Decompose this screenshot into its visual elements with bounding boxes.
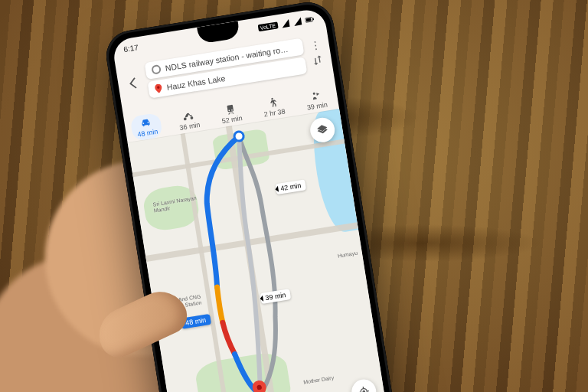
origin-dot-icon <box>151 64 162 75</box>
mode-label: 36 min <box>179 121 201 132</box>
status-time: 6:17 <box>123 43 139 54</box>
walk-icon <box>266 96 279 109</box>
svg-rect-6 <box>227 105 234 113</box>
overflow-menu-icon[interactable]: ⋮ <box>309 41 322 48</box>
svg-point-10 <box>312 93 315 95</box>
svg-point-4 <box>184 117 187 120</box>
svg-rect-2 <box>306 18 312 22</box>
swap-icon[interactable] <box>311 53 325 67</box>
destination-text: Hauz Khas Lake <box>166 74 226 92</box>
signal-icon <box>280 18 291 29</box>
mode-label: 52 min <box>221 114 243 125</box>
car-icon <box>139 116 152 129</box>
motorcycle-icon <box>181 109 194 122</box>
mode-tab-rideshare[interactable]: 39 min <box>299 86 333 115</box>
mode-label: 48 min <box>137 128 158 139</box>
rideshare-icon <box>309 90 322 103</box>
back-icon[interactable] <box>125 74 142 92</box>
battery-icon <box>305 15 315 25</box>
map-canvas[interactable]: Sri Laxmi Narayan Mandir ol Pump And CNG… <box>128 109 387 392</box>
mode-label: 39 min <box>306 100 328 111</box>
mode-tab-two-wheeler[interactable]: 36 min <box>172 106 206 135</box>
destination-marker-icon <box>251 380 268 392</box>
mode-label: 2 hr 38 <box>263 107 286 118</box>
svg-rect-1 <box>312 18 314 20</box>
route-overlay <box>128 109 385 392</box>
mode-tab-transit[interactable]: 52 min <box>214 99 248 128</box>
svg-point-9 <box>271 98 273 100</box>
destination-pin-icon <box>154 83 163 93</box>
train-icon <box>224 103 237 116</box>
svg-point-11 <box>234 131 244 142</box>
mode-tab-walk[interactable]: 2 hr 38 <box>256 93 291 122</box>
signal-icon <box>292 16 303 27</box>
svg-point-5 <box>190 116 193 119</box>
layers-icon <box>315 123 329 137</box>
mode-tab-drive[interactable]: 48 min <box>130 113 164 142</box>
crosshair-icon <box>357 384 371 392</box>
sim-badge: VoLTE <box>257 21 279 31</box>
